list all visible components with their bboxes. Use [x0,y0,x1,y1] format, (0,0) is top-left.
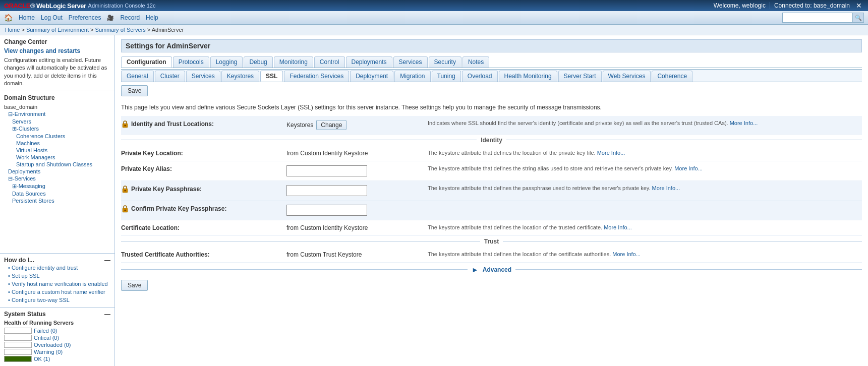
how-do-i-custom-verifier[interactable]: Configure a custom host name verifier [4,288,110,296]
subtab-services[interactable]: Services [186,71,220,82]
pka-desc-col: The keystore attribute that defines the … [424,164,862,173]
pka-more-info[interactable]: More Info... [674,165,703,171]
tab-notes[interactable]: Notes [462,56,489,68]
status-label-ok[interactable]: OK (1) [34,356,50,362]
subtab-general[interactable]: General [121,71,154,82]
subtab-deployment[interactable]: Deployment [350,71,393,82]
status-row-ok: OK (1) [4,356,110,362]
subtab-health-monitoring[interactable]: Health Monitoring [499,71,557,82]
breadcrumb: Home > Summary of Environment > Summary … [0,25,868,35]
save-button-top[interactable]: Save [121,85,148,96]
domain-structure: Domain Structure base_domain ⊟-Environme… [0,91,114,254]
record-link[interactable]: Record [120,14,140,21]
how-do-i-ssl[interactable]: Set up SSL [4,272,110,280]
subtab-coherence[interactable]: Coherence [652,71,692,82]
save-button-bottom[interactable]: Save [121,280,148,291]
private-key-alias-input[interactable] [286,165,367,176]
tab-debug[interactable]: Debug [244,56,272,68]
status-bar-warning [4,349,32,355]
tab-logging[interactable]: Logging [210,56,243,68]
pkp-more-info[interactable]: More Info... [652,185,680,191]
search-button[interactable]: 🔍 [853,13,864,23]
tree-item-persistent-stores[interactable]: Persistent Stores [4,197,110,204]
tree-item-deployments[interactable]: Deployments [4,168,110,175]
advanced-link[interactable]: Advanced [483,266,511,273]
tabs-row-2: General Cluster Services Keystores SSL F… [121,69,862,82]
breadcrumb-summary-servers[interactable]: Summary of Servers [95,27,146,33]
how-do-i-hostname[interactable]: Verify host name verification is enabled [4,280,110,288]
subtab-keystores[interactable]: Keystores [221,71,259,82]
console-label: Administration Console 12c [88,3,156,9]
cl-desc-col: The keystore attribute that defines the … [424,223,862,232]
identity-section-text: Identity [481,137,502,144]
subtab-cluster[interactable]: Cluster [155,71,185,82]
home-link[interactable]: Home [19,14,35,21]
tree-item-services[interactable]: ⊟-Services [4,175,110,182]
tree-item-startup-shutdown[interactable]: Startup and Shutdown Classes [4,161,110,168]
status-label-warning[interactable]: Warning (0) [34,349,63,355]
cl-value: from Custom Identity Keystore [286,224,368,231]
tree-item-coherence-clusters[interactable]: Coherence Clusters [4,133,110,140]
tca-label: Trusted Certificate Authorities: [121,251,210,258]
subtab-tuning[interactable]: Tuning [432,71,461,82]
status-collapse-btn[interactable]: — [104,311,110,318]
breadcrumb-home[interactable]: Home [5,27,20,33]
tca-more-info[interactable]: More Info... [612,251,641,257]
tab-security[interactable]: Security [429,56,461,68]
tree-item-environment[interactable]: ⊟-Environment [4,110,110,118]
status-label-overloaded[interactable]: Overloaded (0) [34,342,71,348]
subtab-ssl[interactable]: SSL [260,71,283,82]
view-changes-link[interactable]: View changes and restarts [4,47,110,54]
tree-root-base-domain: base_domain [4,103,110,110]
status-label-critical[interactable]: Critical (0) [34,335,59,341]
pka-label-col: Private Key Alias: [121,164,282,174]
search-input[interactable] [782,13,853,23]
tab-configuration[interactable]: Configuration [121,56,172,68]
status-label-failed[interactable]: Failed (0) [34,328,57,334]
tabs-row-1: Configuration Protocols Logging Debug Mo… [121,56,862,68]
tree-item-work-managers[interactable]: Work Managers [4,154,110,161]
tab-services[interactable]: Services [393,56,428,68]
confirm-passphrase-input[interactable] [286,205,367,216]
navbar: 🏠 Home Log Out Preferences 🎥 Record Help… [0,11,868,25]
subtab-overload[interactable]: Overload [462,71,498,82]
identity-section-header: Identity [121,135,862,146]
identity-trust-change-btn[interactable]: Change [316,120,346,130]
topbar-left: ORACLE® WebLogic Server Administration C… [4,2,155,10]
status-row-overloaded: Overloaded (0) [4,342,110,348]
how-do-i-two-way-ssl[interactable]: Configure two-way SSL [4,296,110,304]
cl-more-info[interactable]: More Info... [604,224,632,230]
main-content: Settings for AdminServer Configuration P… [115,35,868,366]
tab-protocols[interactable]: Protocols [173,56,209,68]
lock-icon-pkp [121,185,129,193]
subtab-server-start[interactable]: Server Start [558,71,602,82]
tree-item-data-sources[interactable]: Data Sources [4,190,110,197]
tca-label-col: Trusted Certificate Authorities: [121,250,282,260]
pka-label: Private Key Alias: [121,165,172,172]
close-button[interactable]: ✕ [854,2,864,10]
pkl-more-info[interactable]: More Info... [597,150,625,156]
connected-text: Connected to: base_domain [770,2,850,9]
logout-link[interactable]: Log Out [41,14,63,21]
breadcrumb-summary-env[interactable]: Summary of Environment [26,27,89,33]
page-description: This page lets you view and define vario… [121,103,862,112]
trust-section-text: Trust [484,238,499,245]
help-link[interactable]: Help [146,14,158,21]
advanced-expand-icon[interactable]: ► [472,266,479,274]
tab-control[interactable]: Control [314,56,345,68]
subtab-web-services[interactable]: Web Services [603,71,651,82]
tree-item-clusters[interactable]: ⊞-Clusters [4,125,110,133]
identity-trust-more-info[interactable]: More Info... [730,120,758,126]
tab-deployments[interactable]: Deployments [346,56,392,68]
subtab-federation[interactable]: Federation Services [284,71,349,82]
tree-item-servers[interactable]: Servers [4,118,110,125]
preferences-link[interactable]: Preferences [69,14,101,21]
subtab-migration[interactable]: Migration [394,71,430,82]
tree-item-virtual-hosts[interactable]: Virtual Hosts [4,147,110,154]
tree-item-messaging[interactable]: ⊞-Messaging [4,182,110,190]
tab-monitoring[interactable]: Monitoring [274,56,313,68]
private-key-passphrase-input[interactable] [286,185,367,196]
how-do-i-identity-trust[interactable]: Configure identity and trust [4,264,110,272]
tree-item-machines[interactable]: Machines [4,140,110,147]
how-do-i-collapse-btn[interactable]: — [104,257,110,264]
